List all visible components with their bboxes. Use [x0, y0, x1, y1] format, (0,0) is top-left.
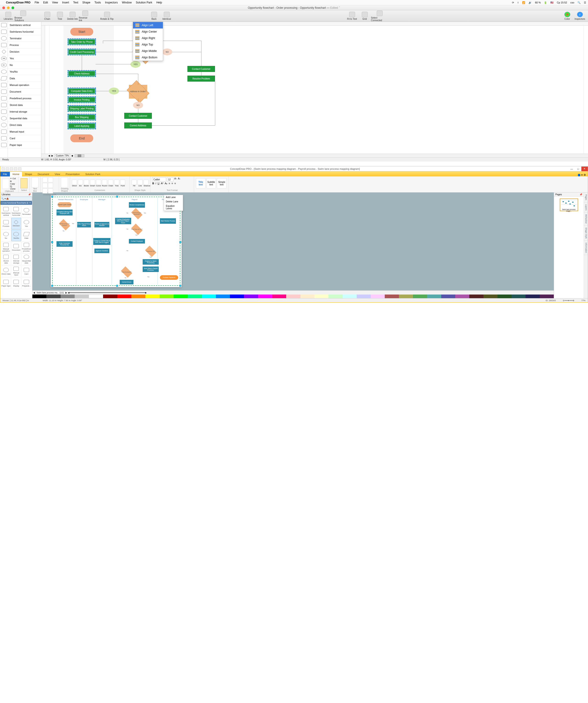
- lib-cell[interactable]: Preparat...: [22, 278, 31, 289]
- lib-item[interactable]: Process: [8, 42, 41, 49]
- user-label[interactable]: cso: [570, 1, 574, 4]
- delete-lane[interactable]: Delete Lane: [164, 200, 183, 204]
- conn-direct[interactable]: [72, 180, 77, 185]
- node-end[interactable]: End: [70, 134, 93, 142]
- bold-button[interactable]: B: [152, 182, 154, 185]
- node[interactable]: Overtime OK?: [145, 247, 156, 255]
- lib-item[interactable]: Data: [8, 75, 41, 82]
- node[interactable]: Enter Payroll Period Hours: [77, 222, 91, 227]
- lib-icon-swimlanes-h[interactable]: [1, 30, 7, 34]
- lib-item[interactable]: Manual input: [8, 129, 41, 135]
- color-palette[interactable]: [32, 295, 554, 298]
- lib-icon-yesno[interactable]: [1, 70, 7, 74]
- tb-reverse-link[interactable]: Reverse link: [79, 10, 91, 22]
- lib-item[interactable]: Sequential data: [8, 115, 41, 122]
- lib-icon-card[interactable]: [1, 136, 7, 140]
- menu-inspectors[interactable]: Inspectors: [105, 1, 117, 4]
- sync-icon[interactable]: ⟳: [512, 1, 514, 4]
- equalize-lanes[interactable]: Equalize Lanes: [164, 204, 183, 211]
- app-name[interactable]: ConceptDraw PRO: [6, 1, 30, 4]
- lib-item[interactable]: Stored data: [8, 102, 41, 108]
- search-icon[interactable]: 🔍: [577, 1, 581, 4]
- conn-chain[interactable]: [108, 180, 113, 185]
- lib-icon-data[interactable]: [0, 76, 7, 80]
- sidetab-shape-style[interactable]: Shape Style: [584, 226, 588, 241]
- subscript[interactable]: A₂: [165, 182, 167, 185]
- lib-icon-document[interactable]: [1, 90, 7, 94]
- lib-icon-stored[interactable]: [1, 103, 7, 107]
- fill-button[interactable]: [132, 180, 137, 185]
- lib-item[interactable]: Direct data: [8, 122, 41, 129]
- tb-identical[interactable]: Identical: [160, 10, 173, 22]
- italic-button[interactable]: I: [156, 182, 156, 185]
- conn-arc[interactable]: [78, 180, 83, 185]
- align-right[interactable]: Align Right: [133, 35, 163, 42]
- close-icon[interactable]: [2, 6, 5, 9]
- tab-view[interactable]: View: [52, 172, 63, 176]
- shrink-font[interactable]: A↓: [178, 177, 181, 181]
- maximize-button[interactable]: □: [575, 167, 581, 171]
- lib-item[interactable]: Yes: [8, 55, 41, 62]
- lib-cell[interactable]: Manual operation: [1, 242, 11, 253]
- lib-icon-sequential[interactable]: [1, 116, 7, 121]
- lib-cell[interactable]: Yes: [22, 218, 31, 229]
- lib-cell[interactable]: Predefined process: [22, 242, 31, 253]
- textbox-tool[interactable]: [31, 177, 38, 187]
- font-select[interactable]: Calibri: [152, 177, 166, 181]
- sidetab-behaviour[interactable]: Behaviour: [584, 213, 588, 226]
- node[interactable]: Complete Entering New Employee Info: [57, 210, 73, 216]
- node[interactable]: Enter Corrected Personal Info: [57, 241, 73, 247]
- menu-shape[interactable]: Shape: [82, 1, 90, 4]
- sidetab-pages[interactable]: Pages: [584, 192, 588, 203]
- help-dropdown[interactable]: ▾: [581, 173, 583, 176]
- superscript[interactable]: A²: [161, 182, 163, 185]
- node-decision-address[interactable]: Address in Order?: [129, 85, 147, 98]
- cut-button[interactable]: ✂ Cut: [10, 177, 16, 180]
- tab-home[interactable]: Home: [10, 172, 22, 176]
- sidetab-layers[interactable]: Layers: [584, 203, 588, 213]
- lib-cell[interactable]: Document: [11, 242, 21, 253]
- zoom-slider[interactable]: ⊖━━━●━━━⊕: [563, 299, 575, 302]
- tb-browse-solutions[interactable]: Browse Solutions: [14, 10, 32, 22]
- options-icon[interactable]: ⚙: [584, 173, 586, 176]
- lane-payroll[interactable]: Payroll: [112, 198, 158, 201]
- lib-section[interactable]: Cross-functional flowcharts⊟ ✕: [0, 201, 32, 205]
- lane-mgr[interactable]: Manager: [92, 198, 112, 201]
- tb-libraries[interactable]: Libraries: [2, 10, 14, 22]
- underline-button[interactable]: U: [158, 182, 159, 185]
- tb-chain[interactable]: Chain: [41, 10, 54, 22]
- lib-item[interactable]: Paper tape: [8, 142, 41, 148]
- lib-icon-manual-input[interactable]: [1, 130, 7, 134]
- node-resolve[interactable]: Resolve Problem: [187, 76, 215, 82]
- node[interactable]: Charge or Correct Info & How Time is Log…: [93, 238, 110, 245]
- node[interactable]: Review Completeness: [129, 202, 145, 208]
- copy-button[interactable]: ⧉ Copy: [10, 180, 16, 185]
- line-tool[interactable]: [43, 177, 48, 182]
- lib-item[interactable]: Decision: [8, 49, 41, 55]
- tb-color[interactable]: Color: [561, 10, 574, 22]
- conn-point[interactable]: [120, 180, 125, 185]
- node[interactable]: Contact Employee: [129, 239, 145, 243]
- node-proc[interactable]: Label Applying: [68, 123, 96, 129]
- node[interactable]: All Employees Reported?: [131, 210, 143, 218]
- tb-back[interactable]: Back: [148, 10, 160, 22]
- style-simple[interactable]: Simple text: [217, 178, 227, 188]
- lib-cell[interactable]: Process: [1, 218, 11, 229]
- lib-cell[interactable]: Card: [22, 265, 31, 277]
- shadow-button[interactable]: [144, 180, 149, 185]
- lib-item[interactable]: Terminator: [8, 35, 41, 42]
- node-proc[interactable]: Box Shipping: [68, 114, 96, 120]
- lib-cell[interactable]: Paper tape: [1, 278, 11, 289]
- lib-item[interactable]: Swimlanes vertical: [8, 22, 41, 28]
- lib-icon-predefined[interactable]: [1, 96, 7, 100]
- win-canvas[interactable]: Human Resources Employee Manager Payroll…: [32, 192, 554, 298]
- lane-hr[interactable]: Human Resources: [55, 198, 76, 201]
- align-bottom[interactable]: Align Bottom: [133, 54, 163, 61]
- lib-cell[interactable]: Manual input: [11, 265, 21, 277]
- grow-font[interactable]: A↑: [174, 177, 177, 181]
- paste-button[interactable]: [2, 179, 9, 189]
- conn-curve[interactable]: [96, 180, 101, 185]
- battery-icon[interactable]: 🔋: [544, 1, 547, 4]
- menu-window[interactable]: Window: [122, 1, 132, 4]
- circ-yes[interactable]: YES: [131, 61, 141, 68]
